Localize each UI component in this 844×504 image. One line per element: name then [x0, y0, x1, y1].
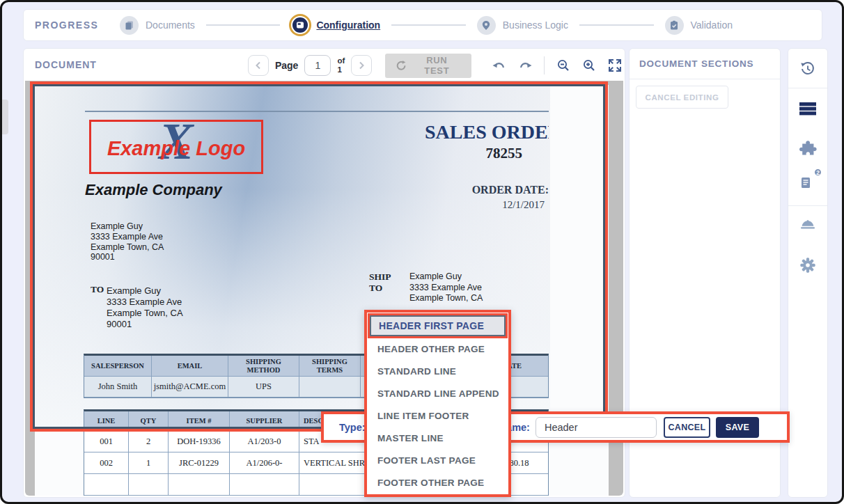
rail-divider	[788, 88, 827, 88]
step-documents-label: Documents	[146, 19, 195, 31]
prev-page-button[interactable]	[248, 55, 269, 76]
left-panel-handle[interactable]	[2, 100, 8, 134]
sections-icon[interactable]	[794, 97, 822, 120]
cell: 1	[129, 452, 169, 474]
step-configuration-label: Configuration	[316, 19, 380, 31]
documents-icon	[120, 16, 139, 35]
refresh-icon	[396, 60, 407, 71]
menu-item-footer-other-page[interactable]: FOOTER OTHER PAGE	[367, 472, 508, 494]
step-connector	[206, 24, 281, 26]
document-sections-title: DOCUMENT SECTIONS	[630, 49, 780, 79]
configuration-icon	[291, 16, 309, 34]
redo-icon[interactable]	[515, 56, 535, 75]
progress-bar: PROGRESS Documents Configuration Busines…	[23, 9, 822, 41]
menu-item-standard-line-append[interactable]: STANDARD LINE APPEND	[367, 383, 508, 405]
toolbar-divider	[544, 56, 545, 74]
undo-icon[interactable]	[490, 56, 509, 75]
section-type-menu: HEADER FIRST PAGE HEADER OTHER PAGE STAN…	[364, 310, 511, 497]
save-button[interactable]: SAVE	[716, 417, 759, 438]
type-label: Type:	[339, 422, 366, 433]
run-test-label: RUN TEST	[412, 55, 461, 76]
cell: 002	[84, 452, 129, 474]
validation-icon	[665, 16, 684, 35]
document-toolbar: DOCUMENT Page of 1 RUN TES	[24, 49, 625, 81]
cell: 2	[129, 431, 169, 452]
dome-icon[interactable]	[794, 213, 822, 237]
menu-item-header-first-page[interactable]: HEADER FIRST PAGE	[370, 315, 506, 336]
step-connector	[391, 24, 466, 26]
tool-rail: 2	[788, 48, 828, 498]
page-total: of 1	[337, 56, 345, 74]
step-documents[interactable]: Documents	[120, 16, 195, 35]
history-icon[interactable]	[794, 57, 822, 81]
cell	[129, 474, 169, 496]
cell	[230, 474, 299, 496]
page-number-input[interactable]	[304, 55, 331, 76]
cell: 001	[84, 431, 129, 452]
cell	[84, 474, 129, 496]
cell: A1/206-0-	[230, 452, 299, 474]
rail-divider	[788, 205, 827, 206]
step-configuration[interactable]: Configuration	[291, 16, 380, 34]
section-name-input[interactable]	[536, 417, 657, 438]
cell	[169, 474, 230, 496]
menu-item-standard-line[interactable]: STANDARD LINE	[367, 361, 508, 383]
progress-title: PROGRESS	[35, 19, 120, 31]
step-business-logic-label: Business Logic	[503, 19, 568, 31]
page-label: Page	[275, 60, 298, 71]
app-window: PROGRESS Documents Configuration Busines…	[0, 0, 844, 504]
step-validation[interactable]: Validation	[665, 16, 733, 35]
notes-icon[interactable]: 2	[794, 171, 822, 194]
gear-icon[interactable]	[794, 253, 822, 277]
menu-item-line-item-footer[interactable]: LINE ITEM FOOTER	[367, 405, 508, 427]
cell: DOH-19336	[169, 431, 230, 452]
menu-item-header-other-page[interactable]: HEADER OTHER PAGE	[367, 338, 508, 361]
cancel-editing-button[interactable]: CANCEL EDITING	[636, 86, 728, 109]
document-panel-title: DOCUMENT	[35, 59, 97, 70]
zoom-in-icon[interactable]	[579, 56, 599, 75]
step-business-logic[interactable]: Business Logic	[477, 16, 568, 35]
step-validation-label: Validation	[691, 19, 733, 31]
cell: A1/203-0	[230, 431, 299, 452]
zoom-out-icon[interactable]	[554, 56, 573, 75]
header-section-highlight[interactable]	[30, 81, 608, 432]
puzzle-icon[interactable]	[794, 136, 822, 159]
header-section-border	[33, 84, 605, 429]
step-connector	[579, 24, 654, 26]
fullscreen-icon[interactable]	[605, 56, 625, 75]
notes-count-badge: 2	[813, 168, 822, 177]
menu-item-master-line[interactable]: MASTER LINE	[367, 427, 508, 450]
business-logic-icon	[477, 16, 496, 35]
cell: JRC-01229	[169, 452, 230, 474]
next-page-button[interactable]	[351, 55, 372, 76]
menu-item-footer-last-page[interactable]: FOOTER LAST PAGE	[367, 450, 508, 472]
run-test-button[interactable]: RUN TEST	[385, 54, 471, 78]
cancel-button[interactable]: CANCEL	[664, 417, 710, 438]
